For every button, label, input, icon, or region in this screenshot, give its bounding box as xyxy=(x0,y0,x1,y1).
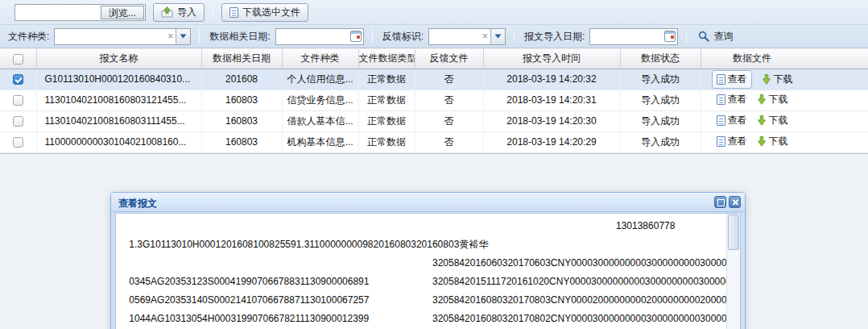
select-all-checkbox[interactable] xyxy=(13,54,23,65)
view-button[interactable]: 查看 xyxy=(717,93,747,106)
feedback-flag-label: 反馈标识: xyxy=(382,30,424,44)
search-icon xyxy=(698,31,709,42)
toolbar: 浏览... 导入 下载选中文件 文件种类: × 数据相关日期: xyxy=(0,0,868,48)
data-type-cell: 正常数据 xyxy=(358,90,415,110)
scrollbar-thumb[interactable] xyxy=(728,214,739,250)
file-type-cell: 机构基本信息... xyxy=(282,131,358,152)
dialog-titlebar[interactable]: 查看报文 xyxy=(111,193,745,212)
feedback-cell: 否 xyxy=(415,69,483,90)
message-line: 0345AG20353123S0004199070667883113090000… xyxy=(118,254,726,273)
select-all-header[interactable] xyxy=(0,49,36,69)
file-path-field[interactable]: 浏览... xyxy=(14,4,146,21)
import-icon xyxy=(161,6,173,18)
import-date-label: 报文导入日期: xyxy=(524,30,585,44)
clear-icon[interactable]: × xyxy=(165,31,176,42)
message-name-cell: 1130104021008160803111455... xyxy=(36,110,201,131)
column-header-name[interactable]: 报文名称 xyxy=(36,49,201,69)
file-type-cell: 个人信用信息... xyxy=(282,69,358,90)
download-button[interactable]: 下载 xyxy=(762,73,793,86)
column-header-data-type[interactable]: 文件数据类型 xyxy=(358,49,415,69)
toolbar-separator xyxy=(213,5,213,19)
data-type-cell: 正常数据 xyxy=(358,69,415,90)
query-button[interactable]: 查询 xyxy=(695,28,736,45)
table-row[interactable]: G10113010H000120160840310... 201608 个人信用… xyxy=(0,69,868,90)
data-date-input[interactable] xyxy=(276,30,349,44)
view-button[interactable]: 查看 xyxy=(717,114,747,127)
feedback-flag-input[interactable] xyxy=(429,30,480,44)
column-header-data-date[interactable]: 数据相关日期 xyxy=(201,49,282,69)
toolbar-separator xyxy=(372,29,373,44)
column-header-import-time[interactable]: 报文导入时间 xyxy=(483,49,620,69)
message-line: 0569AG20353140S0002141070667887113010006… xyxy=(118,273,726,291)
feedback-cell: 否 xyxy=(415,90,483,110)
download-icon xyxy=(757,115,767,126)
grid-header-row: 报文名称 数据相关日期 文件种类 文件数据类型 反馈文件 报文导入时间 数据状态… xyxy=(0,49,868,69)
chevron-down-icon[interactable] xyxy=(490,29,505,44)
message-line: 1.3G10113010H0001201608100825591.3110000… xyxy=(118,217,726,235)
download-selected-button[interactable]: 下载选中文件 xyxy=(221,3,308,22)
column-header-status[interactable]: 数据状态 xyxy=(620,49,701,69)
download-icon xyxy=(762,74,771,85)
view-button[interactable]: 查看 xyxy=(712,70,752,89)
status-cell: 导入成功 xyxy=(620,110,701,131)
chevron-down-icon[interactable] xyxy=(176,29,190,44)
import-time-cell: 2018-03-19 14:20:31 xyxy=(483,90,620,110)
download-icon xyxy=(757,94,767,105)
file-path-input[interactable] xyxy=(17,6,97,19)
column-header-file-type[interactable]: 文件种类 xyxy=(282,49,358,69)
maximize-icon[interactable] xyxy=(714,196,726,208)
file-type-input[interactable] xyxy=(55,30,165,44)
row-checkbox[interactable] xyxy=(13,74,23,85)
download-button[interactable]: 下载 xyxy=(757,114,788,127)
message-name-cell: 1100000000030104021008160... xyxy=(36,131,201,152)
download-button[interactable]: 下载 xyxy=(757,135,788,148)
column-header-data-file[interactable]: 数据文件 xyxy=(701,49,868,69)
calendar-icon[interactable] xyxy=(664,31,676,42)
message-line xyxy=(118,235,726,254)
toolbar-separator xyxy=(686,29,687,44)
feedback-cell: 否 xyxy=(415,110,483,131)
status-cell: 导入成功 xyxy=(620,131,701,152)
document-icon xyxy=(717,94,725,105)
file-type-label: 文件种类: xyxy=(8,30,49,44)
vertical-scrollbar[interactable] xyxy=(726,214,740,329)
status-cell: 导入成功 xyxy=(620,90,701,110)
file-type-cell: 借款人基本信... xyxy=(282,110,358,131)
data-date-cell: 160803 xyxy=(201,110,282,131)
row-checkbox[interactable] xyxy=(13,95,23,106)
close-icon[interactable] xyxy=(729,196,741,208)
document-icon xyxy=(717,136,725,147)
toolbar-row-filters: 文件种类: × 数据相关日期: 反馈标识: × 报文导入日期: xyxy=(0,25,868,48)
data-date-field[interactable] xyxy=(275,28,364,45)
clear-icon[interactable]: × xyxy=(480,31,490,42)
view-button[interactable]: 查看 xyxy=(717,135,747,148)
import-button[interactable]: 导入 xyxy=(153,3,205,22)
message-line: 0983AG10313054H0003191070667823113080000… xyxy=(118,310,726,328)
import-time-cell: 2018-03-19 14:20:29 xyxy=(483,131,620,152)
data-date-label: 数据相关日期: xyxy=(209,30,270,44)
message-line: 1044AG10313054H0003199070667821113090001… xyxy=(118,291,726,310)
table-row[interactable]: 1130104021008160803121455... 160803 信贷业务… xyxy=(0,90,868,110)
calendar-icon[interactable] xyxy=(350,31,362,42)
data-type-cell: 正常数据 xyxy=(358,110,415,131)
column-header-feedback[interactable]: 反馈文件 xyxy=(415,49,483,69)
row-checkbox[interactable] xyxy=(13,116,23,127)
dialog-content: 1.3G10113010H0001201608100825591.3110000… xyxy=(115,213,741,329)
message-grid: 报文名称 数据相关日期 文件种类 文件数据类型 反馈文件 报文导入时间 数据状态… xyxy=(0,49,868,154)
toolbar-separator xyxy=(514,29,515,44)
message-text: 1.3G10113010H0001201608100825591.3110000… xyxy=(116,214,726,329)
file-type-combo[interactable]: × xyxy=(54,28,191,45)
message-name-cell: G10113010H000120160840310... xyxy=(36,69,201,90)
import-date-input[interactable] xyxy=(590,30,663,44)
row-checkbox[interactable] xyxy=(13,137,23,148)
feedback-flag-combo[interactable]: × xyxy=(428,28,506,45)
download-button[interactable]: 下载 xyxy=(757,93,788,106)
data-type-cell: 正常数据 xyxy=(358,131,415,152)
dialog-title: 查看报文 xyxy=(118,197,157,210)
table-row[interactable]: 1100000000030104021008160... 160803 机构基本… xyxy=(0,131,868,152)
import-date-field[interactable] xyxy=(589,28,678,45)
download-icon xyxy=(757,136,767,147)
table-row[interactable]: 1130104021008160803111455... 160803 借款人基… xyxy=(0,110,868,131)
feedback-cell: 否 xyxy=(415,131,483,152)
browse-button[interactable]: 浏览... xyxy=(101,6,144,19)
